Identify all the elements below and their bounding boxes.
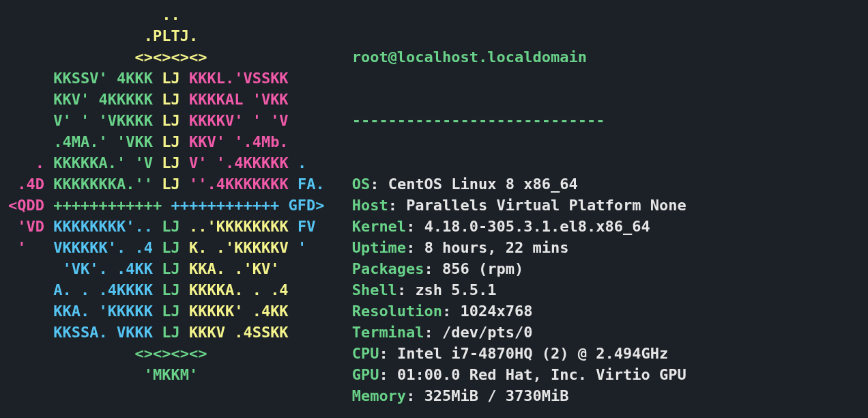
info-row: Memory: 325MiB / 3730MiB: [352, 385, 686, 406]
logo-line: KKSSA. VKKK LJ KKKV .4SSKK: [8, 322, 325, 343]
info-row: Host: Parallels Virtual Platform None: [352, 195, 686, 216]
info-value: /dev/pts/0: [442, 324, 532, 341]
info-row: GPU: 01:00.0 Red Hat, Inc. Virtio GPU: [352, 364, 686, 385]
info-value: 01:00.0 Red Hat, Inc. Virtio GPU: [397, 366, 686, 383]
logo-line: <QDD ++++++++++++ ++++++++++++ GFD>: [8, 195, 325, 216]
logo-line: KKSSV' 4KKK LJ KKKL.'VSSKK: [8, 68, 325, 89]
info-row: Kernel: 4.18.0-305.3.1.el8.x86_64: [352, 216, 686, 237]
logo-line: ' VKKKKK'. .4 LJ K. .'KKKKKV ': [8, 237, 325, 258]
info-key: Terminal: [352, 324, 424, 341]
info-value: zsh 5.5.1: [415, 281, 496, 298]
info-row: Terminal: /dev/pts/0: [352, 322, 686, 343]
logo-line: ..: [8, 4, 325, 25]
info-row: Packages: 856 (rpm): [352, 258, 686, 279]
info-value: Parallels Virtual Platform None: [406, 197, 686, 214]
logo-line: KKA. 'KKKKK LJ KKKKK' .4KK: [8, 301, 325, 322]
logo-line: 'VK'. .4KK LJ KKA. .'KV': [8, 258, 325, 279]
info-row: Resolution: 1024x768: [352, 301, 686, 322]
info-row: Uptime: 8 hours, 22 mins: [352, 237, 686, 258]
info-key: Resolution: [352, 303, 442, 320]
info-key: Shell: [352, 281, 397, 298]
logo-line: 'VD KKKKKKKK'.. LJ ..'KKKKKKKK FV: [8, 216, 325, 237]
logo-line: V' ' 'VKKKK LJ KKKKV' ' 'V: [8, 110, 325, 131]
logo-line: <><><><>: [8, 46, 325, 68]
logo-line: . KKKKKA.' 'V LJ V' '.4KKKKK .: [8, 152, 325, 173]
info-row: CPU: Intel i7-4870HQ (2) @ 2.494GHz: [352, 343, 686, 364]
info-row: Shell: zsh 5.5.1: [352, 279, 686, 301]
ascii-logo: .. .PLTJ. <><><><> KKSSV' 4KKK LJ KKKL.'…: [8, 4, 352, 418]
info-value: 325MiB / 3730MiB: [424, 387, 569, 404]
info-key: CPU: [352, 345, 379, 362]
logo-line: A. . .4KKKK LJ KKKKA. . .4: [8, 279, 325, 301]
info-key: Uptime: [352, 239, 406, 256]
logo-line: .PLTJ.: [8, 25, 325, 46]
logo-line: <><><><>: [8, 343, 325, 364]
info-key: OS: [352, 176, 371, 193]
logo-line: .4D KKKKKKKA.'' LJ ''.4KKKKKKK FA.: [8, 173, 325, 195]
info-key: Packages: [352, 260, 424, 277]
info-key: Kernel: [352, 218, 406, 235]
info-value: 856 (rpm): [442, 260, 523, 277]
info-key: Host: [352, 197, 388, 214]
logo-line: KKV' 4KKKKK LJ KKKKAL 'VKK: [8, 89, 325, 110]
info-row: OS: CentOS Linux 8 x86_64: [352, 173, 686, 195]
system-info-panel: root@localhost.localdomain -------------…: [352, 4, 686, 418]
info-value: Intel i7-4870HQ (2) @ 2.494GHz: [397, 345, 668, 362]
info-value: CentOS Linux 8 x86_64: [388, 176, 578, 193]
user-host-line: root@localhost.localdomain: [352, 46, 686, 68]
info-value: 1024x768: [461, 303, 533, 320]
info-list: OS: CentOS Linux 8 x86_64Host: Parallels…: [352, 173, 686, 406]
info-value: 4.18.0-305.3.1.el8.x86_64: [424, 218, 650, 235]
info-key: GPU: [352, 366, 379, 383]
info-key: Memory: [352, 387, 406, 404]
logo-line: .4MA.' 'VKK LJ KKV' '.4Mb.: [8, 131, 325, 152]
info-value: 8 hours, 22 mins: [424, 239, 569, 256]
logo-line: 'MKKM': [8, 364, 325, 385]
separator: ----------------------------: [352, 110, 686, 131]
